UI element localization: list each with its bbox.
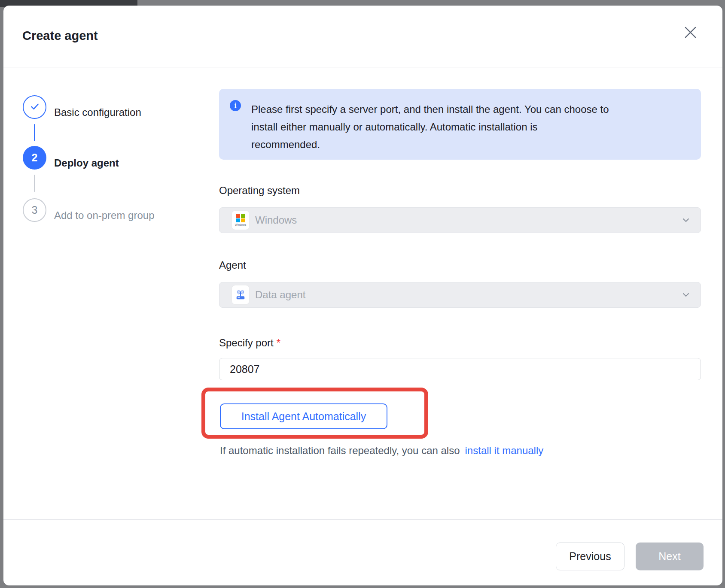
agent-select-value: Data agent: [255, 289, 682, 301]
info-banner-line: install either manually or automatically…: [251, 118, 609, 136]
step-2-label: Deploy agent: [54, 157, 119, 169]
windows-logo-icon: Windows: [232, 210, 250, 230]
previous-button[interactable]: Previous: [556, 543, 624, 570]
manual-install-footnote: If automatic installation fails repeated…: [220, 444, 543, 457]
header-divider: [3, 67, 722, 67]
port-field-label: Specify port*: [219, 336, 280, 349]
install-manually-link[interactable]: install it manually: [465, 445, 544, 456]
create-agent-dialog: Create agent Basic configuration 2 Deplo…: [3, 6, 722, 585]
agent-select[interactable]: Data agent: [219, 282, 701, 308]
close-icon: [684, 26, 697, 41]
close-button[interactable]: [682, 24, 699, 42]
install-agent-automatically-button[interactable]: Install Agent Automatically: [220, 403, 387, 429]
info-banner-line: recommended.: [251, 136, 609, 153]
step-1-label: Basic configuration: [54, 106, 141, 118]
step-connector-pending: [34, 175, 35, 192]
chevron-down-icon: [682, 291, 690, 299]
info-banner-text: Please first specify a server port, and …: [251, 100, 609, 153]
check-icon: [29, 100, 41, 114]
info-icon: i: [230, 100, 241, 111]
os-select[interactable]: Windows Windows: [219, 207, 701, 233]
os-select-value: Windows: [255, 214, 682, 226]
sidebar-divider: [199, 67, 199, 519]
chevron-down-icon: [682, 216, 690, 224]
info-banner-line: Please first specify a server port, and …: [251, 100, 609, 118]
step-2-indicator[interactable]: 2: [23, 146, 46, 170]
os-field-label: Operating system: [219, 184, 300, 197]
port-input[interactable]: [219, 358, 701, 380]
data-agent-icon: [232, 285, 250, 305]
step-1-indicator[interactable]: [23, 95, 46, 119]
agent-field-label: Agent: [219, 259, 246, 272]
step-3-indicator[interactable]: 3: [23, 198, 46, 222]
step-connector-done: [34, 124, 35, 141]
next-button[interactable]: Next: [636, 543, 704, 570]
step-3-number: 3: [32, 204, 38, 216]
footnote-text: If automatic installation fails repeated…: [220, 445, 460, 456]
step-3-label: Add to on-prem group: [54, 209, 154, 221]
footer-divider: [3, 519, 722, 520]
step-2-number: 2: [32, 152, 38, 164]
required-asterisk: *: [277, 337, 280, 349]
dialog-title: Create agent: [22, 28, 98, 43]
